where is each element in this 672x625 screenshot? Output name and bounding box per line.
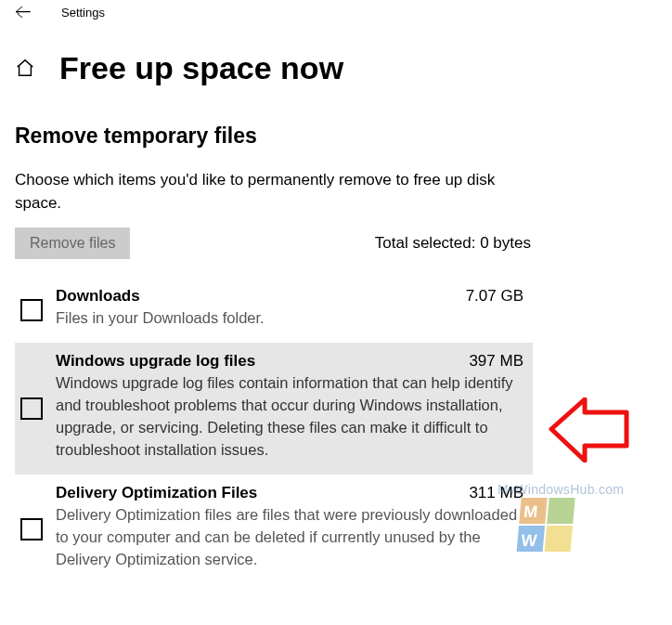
item-name: Delivery Optimization Files [56,484,257,502]
list-item[interactable]: Downloads 7.07 GB Files in your Download… [15,278,533,343]
total-selected-label: Total selected: 0 bytes [375,234,533,253]
back-arrow-icon[interactable]: 🡠 [15,3,45,22]
header-bar: 🡠 Settings [0,0,672,24]
remove-files-button[interactable]: Remove files [15,228,130,259]
svg-rect-3 [545,526,573,552]
item-name: Downloads [56,287,140,306]
item-size: 397 MB [469,352,527,371]
item-body: Delivery Optimization Files 311 MB Deliv… [56,484,527,571]
item-description: Files in your Downloads folder. [56,307,527,330]
red-arrow-annotation [548,397,631,462]
item-size: 311 MB [469,484,527,502]
list-item[interactable]: Delivery Optimization Files 311 MB Deliv… [15,475,533,584]
checkbox[interactable] [20,299,43,321]
content-area: Remove temporary files Choose which item… [0,96,548,584]
title-row: Free up space now [0,24,672,96]
home-icon[interactable] [15,58,43,83]
svg-rect-1 [547,498,575,524]
item-body: Windows upgrade log files 397 MB Windows… [56,352,527,462]
list-item[interactable]: Windows upgrade log files 397 MB Windows… [15,343,533,475]
item-size: 7.07 GB [466,287,527,306]
checkbox[interactable] [20,397,43,420]
item-body: Downloads 7.07 GB Files in your Download… [56,287,527,330]
checkbox[interactable] [20,518,43,540]
action-row: Remove files Total selected: 0 bytes [15,228,533,259]
page-title: Free up space now [59,50,343,86]
item-description: Windows upgrade log files contain inform… [56,372,527,462]
section-heading: Remove temporary files [15,124,533,149]
settings-label: Settings [61,6,105,20]
item-description: Delivery Optimization files are files th… [56,504,527,571]
item-name: Windows upgrade log files [56,352,255,371]
intro-text: Choose which items you'd like to permane… [15,169,533,215]
